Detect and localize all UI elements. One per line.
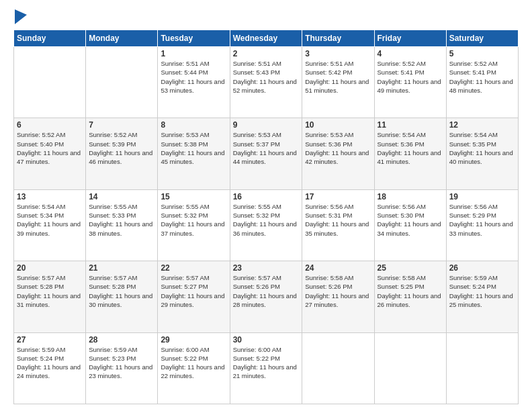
day-info: Sunrise: 5:54 AM Sunset: 5:35 PM Dayligh…	[449, 131, 513, 165]
calendar-cell: 7Sunrise: 5:52 AM Sunset: 5:39 PM Daylig…	[86, 118, 158, 189]
week-row-3: 13Sunrise: 5:54 AM Sunset: 5:34 PM Dayli…	[14, 189, 519, 261]
day-number: 27	[17, 335, 83, 345]
calendar-cell: 1Sunrise: 5:51 AM Sunset: 5:44 PM Daylig…	[158, 47, 230, 118]
day-info: Sunrise: 5:55 AM Sunset: 5:32 PM Dayligh…	[161, 203, 224, 237]
week-row-5: 27Sunrise: 5:59 AM Sunset: 5:24 PM Dayli…	[14, 332, 519, 404]
weekday-header-sunday: Sunday	[14, 30, 86, 47]
calendar-cell: 13Sunrise: 5:54 AM Sunset: 5:34 PM Dayli…	[14, 189, 86, 261]
day-info: Sunrise: 5:57 AM Sunset: 5:26 PM Dayligh…	[233, 274, 297, 308]
calendar-cell: 25Sunrise: 5:58 AM Sunset: 5:25 PM Dayli…	[374, 261, 446, 332]
day-number: 21	[89, 263, 154, 273]
day-info: Sunrise: 5:59 AM Sunset: 5:24 PM Dayligh…	[449, 274, 513, 308]
day-info: Sunrise: 5:52 AM Sunset: 5:39 PM Dayligh…	[89, 131, 152, 165]
day-info: Sunrise: 5:58 AM Sunset: 5:26 PM Dayligh…	[305, 274, 369, 308]
day-info: Sunrise: 5:57 AM Sunset: 5:28 PM Dayligh…	[17, 274, 81, 308]
day-number: 10	[305, 120, 371, 130]
calendar-cell: 17Sunrise: 5:56 AM Sunset: 5:31 PM Dayli…	[302, 189, 374, 261]
svg-marker-0	[15, 9, 27, 24]
day-info: Sunrise: 5:57 AM Sunset: 5:28 PM Dayligh…	[89, 274, 152, 308]
weekday-header-tuesday: Tuesday	[158, 30, 230, 47]
day-info: Sunrise: 6:00 AM Sunset: 5:22 PM Dayligh…	[233, 346, 297, 380]
day-number: 3	[305, 49, 371, 58]
calendar-cell: 16Sunrise: 5:55 AM Sunset: 5:32 PM Dayli…	[230, 189, 302, 261]
weekday-header-monday: Monday	[86, 30, 158, 47]
day-info: Sunrise: 5:58 AM Sunset: 5:25 PM Dayligh…	[378, 274, 441, 308]
calendar-cell	[446, 332, 518, 404]
day-info: Sunrise: 5:55 AM Sunset: 5:33 PM Dayligh…	[89, 203, 152, 237]
calendar-cell: 24Sunrise: 5:58 AM Sunset: 5:26 PM Dayli…	[302, 261, 374, 332]
calendar-cell: 11Sunrise: 5:54 AM Sunset: 5:36 PM Dayli…	[374, 118, 446, 189]
day-info: Sunrise: 5:57 AM Sunset: 5:27 PM Dayligh…	[161, 274, 224, 308]
day-number: 1	[161, 49, 226, 58]
day-number: 28	[89, 335, 154, 345]
day-info: Sunrise: 5:53 AM Sunset: 5:38 PM Dayligh…	[161, 131, 224, 165]
weekday-header-wednesday: Wednesday	[230, 30, 302, 47]
day-number: 11	[378, 120, 443, 130]
calendar-cell: 22Sunrise: 5:57 AM Sunset: 5:27 PM Dayli…	[158, 261, 230, 332]
page-header	[13, 12, 519, 24]
day-number: 5	[449, 49, 515, 58]
day-number: 29	[161, 335, 226, 345]
day-info: Sunrise: 5:53 AM Sunset: 5:37 PM Dayligh…	[233, 131, 297, 165]
calendar-cell	[14, 47, 86, 118]
logo	[13, 12, 27, 24]
day-number: 13	[17, 192, 83, 201]
day-number: 30	[233, 335, 300, 345]
day-info: Sunrise: 5:59 AM Sunset: 5:23 PM Dayligh…	[89, 346, 152, 380]
day-number: 17	[305, 192, 371, 201]
calendar-cell: 30Sunrise: 6:00 AM Sunset: 5:22 PM Dayli…	[230, 332, 302, 404]
day-number: 12	[449, 120, 515, 130]
day-number: 14	[89, 192, 154, 201]
day-info: Sunrise: 5:52 AM Sunset: 5:41 PM Dayligh…	[378, 60, 441, 94]
day-info: Sunrise: 5:54 AM Sunset: 5:34 PM Dayligh…	[17, 203, 81, 237]
day-info: Sunrise: 5:59 AM Sunset: 5:24 PM Dayligh…	[17, 346, 81, 380]
calendar-cell	[374, 332, 446, 404]
calendar-cell: 9Sunrise: 5:53 AM Sunset: 5:37 PM Daylig…	[230, 118, 302, 189]
day-number: 25	[378, 263, 443, 273]
calendar-cell: 21Sunrise: 5:57 AM Sunset: 5:28 PM Dayli…	[86, 261, 158, 332]
calendar-cell: 23Sunrise: 5:57 AM Sunset: 5:26 PM Dayli…	[230, 261, 302, 332]
calendar-cell: 3Sunrise: 5:51 AM Sunset: 5:42 PM Daylig…	[302, 47, 374, 118]
day-number: 24	[305, 263, 371, 273]
week-row-4: 20Sunrise: 5:57 AM Sunset: 5:28 PM Dayli…	[14, 261, 519, 332]
day-info: Sunrise: 5:52 AM Sunset: 5:40 PM Dayligh…	[17, 131, 81, 165]
day-number: 7	[89, 120, 154, 130]
calendar-cell: 14Sunrise: 5:55 AM Sunset: 5:33 PM Dayli…	[86, 189, 158, 261]
day-number: 16	[233, 192, 300, 201]
calendar-cell: 6Sunrise: 5:52 AM Sunset: 5:40 PM Daylig…	[14, 118, 86, 189]
day-number: 9	[233, 120, 300, 130]
day-info: Sunrise: 5:54 AM Sunset: 5:36 PM Dayligh…	[378, 131, 441, 165]
calendar-cell: 20Sunrise: 5:57 AM Sunset: 5:28 PM Dayli…	[14, 261, 86, 332]
calendar-cell: 18Sunrise: 5:56 AM Sunset: 5:30 PM Dayli…	[374, 189, 446, 261]
calendar-cell: 12Sunrise: 5:54 AM Sunset: 5:35 PM Dayli…	[446, 118, 518, 189]
calendar-cell: 29Sunrise: 6:00 AM Sunset: 5:22 PM Dayli…	[158, 332, 230, 404]
day-info: Sunrise: 5:56 AM Sunset: 5:31 PM Dayligh…	[305, 203, 369, 237]
day-number: 26	[449, 263, 515, 273]
calendar-cell: 28Sunrise: 5:59 AM Sunset: 5:23 PM Dayli…	[86, 332, 158, 404]
day-info: Sunrise: 5:56 AM Sunset: 5:29 PM Dayligh…	[449, 203, 513, 237]
day-number: 15	[161, 192, 226, 201]
calendar-cell: 27Sunrise: 5:59 AM Sunset: 5:24 PM Dayli…	[14, 332, 86, 404]
week-row-1: 1Sunrise: 5:51 AM Sunset: 5:44 PM Daylig…	[14, 47, 519, 118]
calendar-cell	[302, 332, 374, 404]
day-info: Sunrise: 5:55 AM Sunset: 5:32 PM Dayligh…	[233, 203, 297, 237]
day-number: 18	[378, 192, 443, 201]
day-info: Sunrise: 5:53 AM Sunset: 5:36 PM Dayligh…	[305, 131, 369, 165]
day-number: 4	[378, 49, 443, 58]
day-number: 19	[449, 192, 515, 201]
calendar-cell: 4Sunrise: 5:52 AM Sunset: 5:41 PM Daylig…	[374, 47, 446, 118]
calendar-cell: 15Sunrise: 5:55 AM Sunset: 5:32 PM Dayli…	[158, 189, 230, 261]
calendar-cell: 8Sunrise: 5:53 AM Sunset: 5:38 PM Daylig…	[158, 118, 230, 189]
calendar-cell: 10Sunrise: 5:53 AM Sunset: 5:36 PM Dayli…	[302, 118, 374, 189]
day-info: Sunrise: 5:51 AM Sunset: 5:43 PM Dayligh…	[233, 60, 297, 94]
weekday-header-saturday: Saturday	[446, 30, 518, 47]
day-number: 8	[161, 120, 226, 130]
day-info: Sunrise: 5:56 AM Sunset: 5:30 PM Dayligh…	[378, 203, 441, 237]
day-info: Sunrise: 5:51 AM Sunset: 5:44 PM Dayligh…	[161, 60, 224, 94]
calendar-cell: 2Sunrise: 5:51 AM Sunset: 5:43 PM Daylig…	[230, 47, 302, 118]
logo-icon	[15, 9, 27, 24]
day-number: 22	[161, 263, 226, 273]
calendar-table: SundayMondayTuesdayWednesdayThursdayFrid…	[13, 30, 519, 404]
weekday-header-thursday: Thursday	[302, 30, 374, 47]
day-info: Sunrise: 6:00 AM Sunset: 5:22 PM Dayligh…	[161, 346, 224, 380]
